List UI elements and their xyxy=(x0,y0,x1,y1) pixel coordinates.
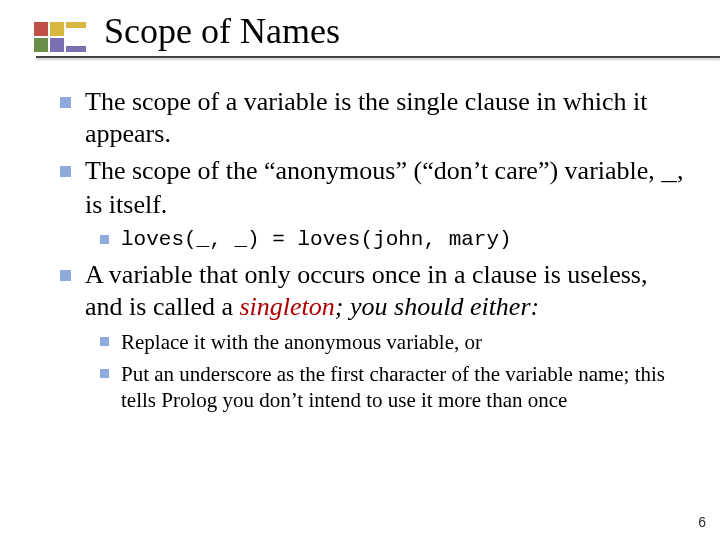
bullet-text: A variable that only occurs once in a cl… xyxy=(85,259,686,322)
bullet-level2: Put an underscore as the first character… xyxy=(100,361,686,414)
code-example: loves(_, _) = loves(john, mary) xyxy=(121,227,512,253)
svg-rect-5 xyxy=(66,46,86,52)
bullet-icon xyxy=(60,166,71,177)
bullet-text: The scope of a variable is the single cl… xyxy=(85,86,686,149)
slide-body: The scope of a variable is the single cl… xyxy=(0,58,720,413)
bullet-icon xyxy=(100,369,109,378)
slide-header: Scope of Names xyxy=(0,0,720,56)
code-fragment: _ xyxy=(661,157,677,187)
bullet-icon xyxy=(100,235,109,244)
svg-rect-0 xyxy=(34,22,48,36)
bullet-level2: loves(_, _) = loves(john, mary) xyxy=(100,227,686,253)
logo-icon xyxy=(30,16,90,56)
bullet-level1: The scope of a variable is the single cl… xyxy=(60,86,686,149)
bullet-level2: Replace it with the anonymous variable, … xyxy=(100,329,686,355)
text-fragment: The scope of the “anonymous” (“don’t car… xyxy=(85,156,661,185)
italic-text: singleton xyxy=(240,292,335,321)
slide: Scope of Names The scope of a variable i… xyxy=(0,0,720,540)
sub-bullet-group: Replace it with the anonymous variable, … xyxy=(100,329,686,414)
bullet-text: Replace it with the anonymous variable, … xyxy=(121,329,482,355)
page-number: 6 xyxy=(698,514,706,530)
bullet-icon xyxy=(100,337,109,346)
italic-text: ; you should either: xyxy=(335,292,539,321)
svg-rect-1 xyxy=(50,22,64,36)
svg-rect-4 xyxy=(66,22,86,28)
bullet-icon xyxy=(60,270,71,281)
sub-bullet-group: loves(_, _) = loves(john, mary) xyxy=(100,227,686,253)
singleton-term: singleton xyxy=(240,292,335,321)
bullet-text: Put an underscore as the first character… xyxy=(121,361,686,414)
bullet-text: The scope of the “anonymous” (“don’t car… xyxy=(85,155,686,220)
svg-rect-2 xyxy=(34,38,48,52)
svg-rect-3 xyxy=(50,38,64,52)
bullet-level1: The scope of the “anonymous” (“don’t car… xyxy=(60,155,686,220)
slide-title: Scope of Names xyxy=(104,10,340,52)
bullet-level1: A variable that only occurs once in a cl… xyxy=(60,259,686,322)
bullet-icon xyxy=(60,97,71,108)
